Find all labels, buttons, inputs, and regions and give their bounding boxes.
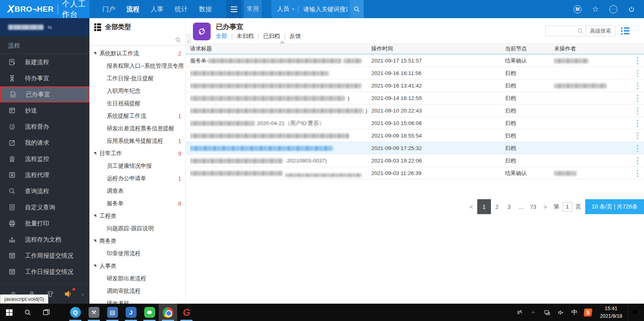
taskbar-chrome-button[interactable] [159,304,177,321]
sidebar-item-待办事宜[interactable]: 待办事宜 [0,70,89,86]
search-scope-dropdown[interactable]: 人员∨ [271,5,298,13]
request-title-cell[interactable] [190,67,367,79]
tray-ime-indicator[interactable]: 中 [568,304,580,321]
list-view-toggle-icon[interactable] [621,27,630,35]
table-row[interactable]: 2021-09-09 17:25:32归档 [186,142,644,154]
sidebar-item-我的请求[interactable]: 我的请求 [0,135,89,151]
taskbar-start-button[interactable] [0,304,19,321]
sidebar-collapse-button[interactable]: ‹ [82,290,84,297]
m-badge-icon[interactable]: M [574,5,582,13]
row-menu-dots-icon[interactable] [637,67,638,79]
taskbar-java-button[interactable]: J [122,304,140,321]
notification-center-button[interactable] [628,304,642,321]
user-info[interactable]: ⇆ [0,18,89,36]
sidebar-item-抄送[interactable]: 抄送 [0,102,89,119]
page-ellipsis[interactable]: ... [515,199,527,214]
tab-已归档[interactable]: 已归档 [263,33,280,40]
row-menu-dots-icon[interactable] [637,92,638,104]
request-title-cell[interactable] [190,79,367,92]
sidebar-item-查询流程[interactable]: 查询流程 [0,183,89,199]
table-row[interactable]: 服务单-2021-09-17 15:51:57结果确认 [186,54,644,67]
tree-item-工作日报-批注提醒[interactable]: 工作日报-批注提醒 [89,72,185,85]
table-row[interactable]: -20210903-0037)2021-09-03 19:22:06归档 [186,154,644,167]
table-row[interactable]: 2021-09-09 18:55:54归档 [186,129,644,142]
tree-group-系统默认工作流[interactable]: 系统默认工作流2 [89,47,185,60]
row-menu-dots-icon[interactable] [637,104,638,117]
tab-未归档[interactable]: 未归档 [237,33,254,40]
more-ellipsis-icon[interactable]: ··· [609,5,617,13]
table-row[interactable]: )2021-09-14 18:12:59归档 [186,92,644,104]
top-nav-item-0[interactable]: 门户 [97,0,121,18]
sidebar-item-流程督办[interactable]: 流程督办 [0,119,89,135]
tree-item-生日祝福提醒[interactable]: 生日祝福提醒 [89,97,185,110]
tray-sogou-icon[interactable]: S [582,304,594,321]
taskbar-qq-button[interactable]: Q [66,304,85,321]
row-menu-dots-icon[interactable] [637,129,638,142]
tree-item-调查表[interactable]: 调查表 [89,185,185,197]
taskbar-taskview-button[interactable] [37,304,56,321]
taskbar-game-button[interactable]: G [177,304,196,321]
page-button-3[interactable]: 3 [503,199,515,214]
row-menu-dots-icon[interactable] [637,54,638,67]
row-menu-dots-icon[interactable] [637,117,638,129]
tree-group-日常工作[interactable]: 日常工作9 [89,147,185,160]
tree-item-服务单[interactable]: 服务单8 [89,197,185,210]
taskbar-search-button[interactable] [19,304,37,321]
page-size-summary[interactable]: 10 条/页 | 共726条 [585,199,644,214]
tree-item-应用系统账号提醒流程[interactable]: 应用系统账号提醒流程1 [89,135,185,147]
global-search-input[interactable] [298,6,350,13]
table-row[interactable]: )2021-09-10 20:22:43归档 [186,104,644,117]
tree-item-报表权限入口--系统管理员专用[interactable]: 报表权限入口--系统管理员专用 [89,60,185,72]
table-row[interactable]: 2021-09-16 16:11:56归档 [186,67,644,79]
tray-people-icon[interactable] [514,304,526,321]
sidebar-item-新建流程[interactable]: 新建流程 [0,54,89,70]
tree-item-入职周年纪念[interactable]: 入职周年纪念 [89,85,185,97]
table-row[interactable]: 2021-09-03 11:26:39结果确认 [186,167,644,179]
favorite-star-icon[interactable]: ☆ [592,4,599,14]
tab-全部[interactable]: 全部 [216,33,227,40]
tray-hidden-icons-chevron[interactable] [527,304,539,321]
page-button-73[interactable]: 73 [527,199,539,214]
row-menu-dots-icon[interactable] [637,79,638,92]
tray-network-icon[interactable] [541,304,553,321]
hamburger-menu-button[interactable] [226,0,242,18]
tree-item-绩效考核[interactable]: 绩效考核 [89,297,185,304]
page-button-1[interactable]: 1 [477,199,491,214]
request-title-cell[interactable] [190,142,367,154]
sidebar-item-流程代理[interactable]: 流程代理 [0,167,89,183]
top-nav-item-4[interactable]: 数据 [193,0,217,18]
tree-group-商务类[interactable]: 商务类 [89,235,185,247]
request-title-cell[interactable]: 服务单- [190,54,367,67]
power-icon[interactable] [628,6,635,13]
taskbar-devtool-button[interactable]: ⚒ [85,304,103,321]
sidebar-item-流程监控[interactable]: 流程监控 [0,151,89,167]
page-prev-button[interactable]: < [465,199,477,214]
row-menu-dots-icon[interactable] [637,167,638,179]
tree-item-远程办公申请单[interactable]: 远程办公申请单1 [89,172,185,185]
tab-反馈[interactable]: 反馈 [290,33,301,40]
row-menu-dots-icon[interactable] [637,154,638,167]
tree-item-问题跟踪-跟踪说明[interactable]: 问题跟踪-跟踪说明 [89,222,185,235]
taskbar-wechat-button[interactable] [140,304,159,321]
tree-group-工程类[interactable]: 工程类 [89,210,185,222]
page-number-input[interactable]: 1 [563,202,572,212]
quick-access-button[interactable]: 常用 [244,0,262,18]
top-nav-item-1[interactable]: 流程 [121,0,145,18]
sidebar-item-已办事宜[interactable]: 已办事宜 [0,86,89,102]
sidebar-item-自定义查询[interactable]: 自定义查询 [0,199,89,215]
taskbar-remote-button[interactable]: ▤ [103,304,122,321]
request-title-cell[interactable] [190,167,367,179]
top-nav-item-2[interactable]: 人事 [145,0,169,18]
tree-item-研发部出差流程[interactable]: 研发部出差流程 [89,272,185,285]
row-menu-dots-icon[interactable] [637,142,638,154]
sidebar-item-工作周报提交情况[interactable]: 工作周报提交情况 [0,248,89,264]
speaker-icon[interactable] [63,289,74,299]
tray-clock[interactable]: 15:412021/9/18 [596,305,626,319]
tree-search-box[interactable] [89,36,185,46]
request-title-cell[interactable]: -20210903-0037) [190,154,367,167]
tree-item-印章使用流程[interactable]: 印章使用流程 [89,247,185,260]
tree-item-调岗审批流程[interactable]: 调岗审批流程 [89,285,185,297]
request-title-cell[interactable]: ) [190,104,367,117]
request-title-cell[interactable] [190,129,367,142]
advanced-search-button[interactable]: 高级搜索 [586,25,615,36]
